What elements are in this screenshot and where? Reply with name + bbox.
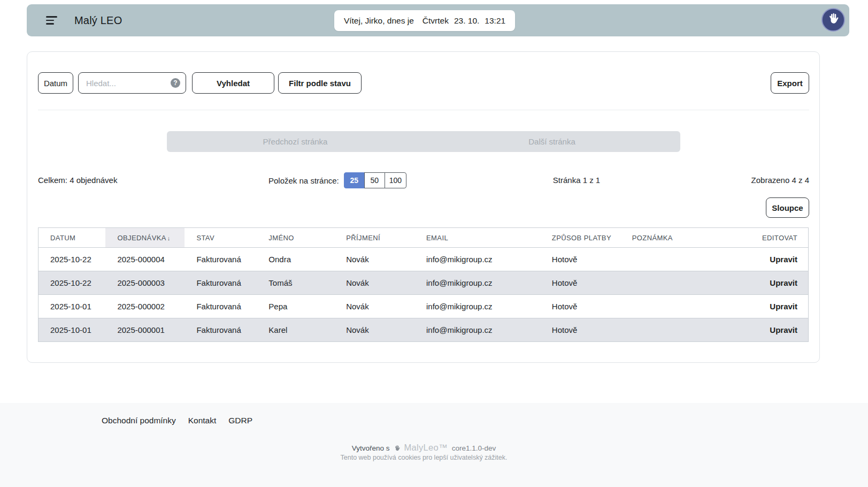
greeting-time: 13:21	[485, 16, 505, 26]
cell-platba: Hotově	[540, 271, 620, 295]
per-page-label: Položek na stránce:	[268, 176, 339, 185]
cell-platba: Hotově	[540, 295, 620, 318]
edit-link[interactable]: Upravit	[770, 302, 797, 311]
prev-page-button[interactable]: Předchozí stránka	[167, 131, 424, 152]
top-navbar: Malý LEO Vítej, Jirko, dnes je Čtvrtek 2…	[27, 4, 849, 36]
cell-jmeno: Tomáš	[257, 271, 334, 295]
credit-prefix: Vytvořeno s	[352, 444, 390, 452]
brand-logo[interactable]	[821, 8, 845, 32]
cell-poznamka	[620, 248, 714, 271]
toolbar-divider	[38, 110, 809, 110]
per-page-cluster: Položek na stránce: 25 50 100	[268, 172, 406, 189]
per-page-option-50[interactable]: 50	[364, 172, 385, 188]
col-header-stav[interactable]: STAV	[185, 228, 257, 248]
cell-platba: Hotově	[540, 248, 620, 271]
greeting-banner: Vítej, Jirko, dnes je Čtvrtek 23. 10. 13…	[334, 10, 515, 31]
cell-poznamka	[620, 318, 714, 342]
table-row: 2025-10-22 2025-000004 Fakturovaná Ondra…	[39, 248, 809, 271]
col-header-editovat: EDITOVAT	[714, 228, 809, 248]
cell-objednavka: 2025-000004	[105, 248, 185, 271]
cell-email: info@mikigroup.cz	[414, 318, 540, 342]
cell-stav: Fakturovaná	[185, 318, 257, 342]
menu-icon[interactable]	[46, 16, 57, 25]
cell-poznamka	[620, 271, 714, 295]
cell-poznamka	[620, 295, 714, 318]
footer-credit-area: Vytvořeno sMalyLeo™core1.1.0-dev Tento w…	[0, 403, 848, 487]
col-header-poznamka[interactable]: POZNÁMKA	[620, 228, 714, 248]
orders-table: DATUM OBJEDNÁVKA↓ STAV JMÉNO PŘÍJMENÍ EM…	[38, 227, 809, 342]
cell-prijmeni: Novák	[334, 318, 414, 342]
cell-jmeno: Ondra	[257, 248, 334, 271]
edit-link[interactable]: Upravit	[770, 255, 797, 264]
cell-objednavka: 2025-000002	[105, 295, 185, 318]
edit-link[interactable]: Upravit	[770, 325, 797, 334]
cell-stav: Fakturovaná	[185, 295, 257, 318]
col-header-email[interactable]: EMAIL	[414, 228, 540, 248]
cell-stav: Fakturovaná	[185, 271, 257, 295]
cell-datum: 2025-10-22	[39, 248, 106, 271]
cell-datum: 2025-10-01	[39, 318, 106, 342]
cell-objednavka: 2025-000001	[105, 318, 185, 342]
col-header-platba[interactable]: ZPŮSOB PLATBY	[540, 228, 620, 248]
page-indicator: Stránka 1 z 1	[523, 176, 630, 185]
cell-email: info@mikigroup.cz	[414, 248, 540, 271]
cell-jmeno: Pepa	[257, 295, 334, 318]
col-header-prijmeni[interactable]: PŘÍJMENÍ	[334, 228, 414, 248]
cell-prijmeni: Novák	[334, 295, 414, 318]
per-page-option-100[interactable]: 100	[385, 172, 406, 188]
next-page-button[interactable]: Další stránka	[424, 131, 680, 152]
greeting-day: Čtvrtek	[423, 16, 449, 26]
cookies-note: Tento web používá cookies pro lepší uživ…	[0, 454, 848, 461]
cell-objednavka: 2025-000003	[105, 271, 185, 295]
help-icon[interactable]: ?	[171, 78, 180, 88]
col-header-objednavka[interactable]: OBJEDNÁVKA↓	[105, 228, 185, 248]
export-button[interactable]: Export	[771, 72, 809, 94]
col-header-datum[interactable]: DATUM	[39, 228, 106, 248]
credit-brand: MalyLeo™	[404, 443, 447, 452]
date-filter-button[interactable]: Datum	[38, 72, 73, 94]
status-filter-button[interactable]: Filtr podle stavu	[278, 72, 362, 94]
total-count-label: Celkem: 4 objednávek	[38, 176, 117, 185]
sort-desc-icon: ↓	[167, 235, 171, 241]
per-page-option-25[interactable]: 25	[344, 172, 365, 188]
per-page-group: 25 50 100	[344, 172, 406, 188]
cell-email: info@mikigroup.cz	[414, 271, 540, 295]
orders-panel: Datum ? Vyhledat Filtr podle stavu Expor…	[27, 51, 820, 363]
cell-datum: 2025-10-22	[39, 271, 106, 295]
table-row: 2025-10-01 2025-000002 Fakturovaná Pepa …	[39, 295, 809, 318]
cell-stav: Fakturovaná	[185, 248, 257, 271]
stats-row: Celkem: 4 objednávek Položek na stránce:…	[27, 172, 819, 189]
app-title: Malý LEO	[74, 14, 122, 27]
cell-jmeno: Karel	[257, 318, 334, 342]
hand-icon	[826, 11, 841, 28]
table-row: 2025-10-01 2025-000001 Fakturovaná Karel…	[39, 318, 809, 342]
cell-prijmeni: Novák	[334, 271, 414, 295]
cell-platba: Hotově	[540, 318, 620, 342]
credit-line: Vytvořeno sMalyLeo™core1.1.0-dev	[0, 443, 848, 454]
cell-email: info@mikigroup.cz	[414, 295, 540, 318]
columns-button[interactable]: Sloupce	[766, 197, 809, 218]
search-input[interactable]	[78, 72, 186, 94]
cell-prijmeni: Novák	[334, 248, 414, 271]
pager: Předchozí stránka Další stránka	[167, 131, 680, 152]
hand-icon	[393, 444, 401, 454]
page-footer: Obchodní podmínky Kontakt GDRP Vytvořeno…	[0, 403, 868, 487]
table-row: 2025-10-22 2025-000003 Fakturovaná Tomáš…	[39, 271, 809, 295]
shown-indicator: Zobrazeno 4 z 4	[751, 176, 809, 185]
search-field-wrap: ?	[78, 72, 186, 94]
search-button[interactable]: Vyhledat	[192, 72, 274, 94]
table-header-row: DATUM OBJEDNÁVKA↓ STAV JMÉNO PŘÍJMENÍ EM…	[39, 228, 809, 248]
col-header-jmeno[interactable]: JMÉNO	[257, 228, 334, 248]
cell-datum: 2025-10-01	[39, 295, 106, 318]
greeting-text: Vítej, Jirko, dnes je	[344, 16, 414, 26]
credit-version: core1.1.0-dev	[452, 444, 496, 452]
edit-link[interactable]: Upravit	[770, 278, 797, 287]
greeting-date: 23. 10.	[454, 16, 479, 26]
